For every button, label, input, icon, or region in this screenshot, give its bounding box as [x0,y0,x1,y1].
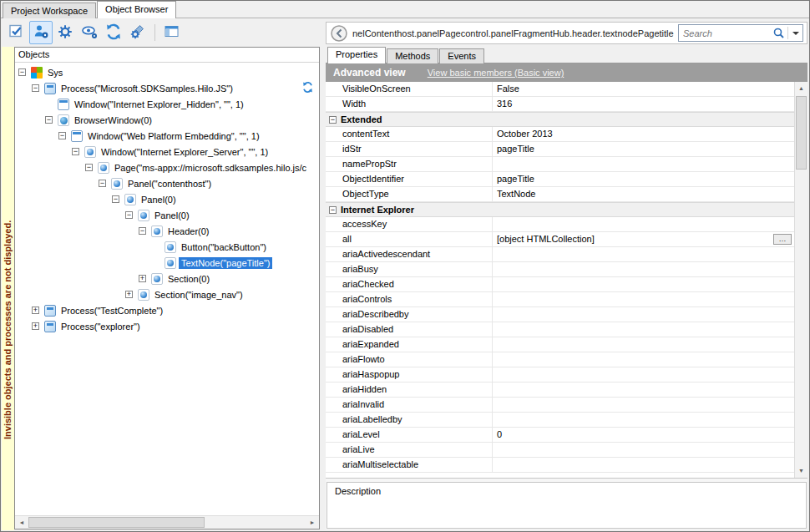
tree-node-label[interactable]: Process("explorer") [58,321,143,332]
tab-methods[interactable]: Methods [387,48,438,63]
tree-node-label[interactable]: Page("ms-appx://microsoft.sdksamples.hil… [112,162,309,174]
tree-node[interactable]: − Panel(0) [15,191,319,207]
tree-node[interactable]: TextNode("pageTitle") [15,255,319,271]
property-row[interactable]: ObjectIdentifier pageTitle [326,172,794,187]
tree-node[interactable]: Button("backButton") [15,239,319,255]
tree-node-label[interactable]: Button("backButton") [179,241,269,253]
expander-icon[interactable]: + [32,307,39,314]
property-row[interactable]: ariaDescribedby [326,307,794,322]
search-input[interactable] [683,28,772,38]
property-row[interactable]: ariaHidden [326,383,794,398]
property-row[interactable]: accessKey [326,217,794,232]
tree-node-label[interactable]: Window("Web Platform Embedding", "", 1) [85,130,262,142]
tree-hscroll-thumb[interactable] [28,517,205,528]
grid-vscroll-thumb[interactable] [796,96,807,170]
expander-icon[interactable]: − [45,116,53,124]
property-row[interactable]: all [object HTMLCollection]… [326,232,794,247]
expander-icon[interactable]: − [139,227,146,235]
tab-events[interactable]: Events [439,48,484,63]
search-dropdown-icon[interactable] [792,32,799,35]
property-row[interactable]: ariaInvalid [326,398,794,413]
expander-icon[interactable]: + [32,322,39,330]
scroll-left-arrow-icon[interactable]: ◄ [15,516,28,529]
view-options-button[interactable] [78,21,101,44]
tree-node-label[interactable]: Window("Internet Explorer_Hidden", "", 1… [72,99,246,110]
collapse-icon[interactable]: − [329,206,337,214]
expander-icon[interactable]: − [58,132,66,139]
tree-node-label[interactable]: Process("Microsoft.SDKSamples.Hilo.JS") [58,83,235,94]
basic-view-link[interactable]: View basic members (Basic view) [428,68,564,78]
expander-icon[interactable]: − [72,148,79,155]
property-row[interactable]: VisibleOnScreen False [326,82,794,97]
property-value[interactable]: False [493,82,794,96]
expander-icon[interactable]: − [112,195,119,203]
property-value[interactable] [493,247,794,261]
tree-node[interactable]: − Process("Microsoft.SDKSamples.Hilo.JS"… [15,80,319,96]
tree-node-label[interactable]: Section("image_nav") [152,289,246,301]
tree-node-label[interactable]: BrowserWindow(0) [72,114,154,126]
property-value[interactable] [493,413,794,427]
tree-node[interactable]: + Section(0) [15,271,319,286]
property-value[interactable]: TextNode [493,187,794,201]
tree-node-label[interactable]: Panel("contenthost") [125,178,214,190]
property-row[interactable]: ariaLabelledby [326,413,794,428]
property-row[interactable]: ariaHaspopup [326,367,794,383]
property-value[interactable] [493,443,794,457]
property-row[interactable]: ariaLevel 0 [326,428,794,443]
tree-node[interactable]: + Process("TestComplete") [15,302,319,318]
property-value[interactable] [493,277,794,291]
tab-object-browser[interactable]: Object Browser [97,1,176,18]
sync-icon[interactable] [301,81,315,94]
property-value[interactable]: 0 [493,428,794,442]
scroll-down-arrow-icon[interactable]: ▼ [795,464,807,478]
property-value[interactable]: pageTitle [493,172,794,186]
property-value[interactable]: 316 [493,97,794,111]
tree-node-label[interactable]: Panel(0) [139,194,179,205]
expander-icon[interactable]: + [139,275,146,282]
property-row[interactable]: ObjectType TextNode [326,187,794,202]
property-row[interactable]: ariaControls [326,292,794,307]
property-value[interactable] [493,458,794,472]
tree-node[interactable]: − Panel("contenthost") [15,175,319,191]
ellipsis-button[interactable]: … [773,234,792,245]
back-button[interactable] [330,24,348,43]
expander-icon[interactable]: − [99,180,106,187]
tree-node-label[interactable]: Header(0) [165,225,212,237]
scroll-right-arrow-icon[interactable]: ► [306,516,319,529]
tree-node-label[interactable]: Sys [45,67,65,79]
collapse-icon[interactable]: − [329,116,337,124]
search-box[interactable] [678,24,803,42]
property-value[interactable] [493,322,794,337]
tree-node-label[interactable]: TextNode("pageTitle") [179,257,272,269]
tree-node-label[interactable]: Process("TestComplete") [58,305,165,317]
refresh-button[interactable] [102,21,125,44]
tree-node[interactable]: − Sys [15,64,319,80]
property-group-row[interactable]: − Extended [326,112,794,127]
tree-node[interactable]: − Window("Web Platform Embedding", "", 1… [15,128,319,144]
property-value[interactable] [493,262,794,276]
tree-node[interactable]: − Page("ms-appx://microsoft.sdksamples.h… [15,160,319,175]
property-value[interactable] [493,157,794,171]
tree-node[interactable]: − Window("Internet Explorer_Server", "",… [15,144,319,160]
property-value[interactable] [493,292,794,307]
property-row[interactable]: ariaFlowto [326,352,794,367]
tree-node-label[interactable]: Window("Internet Explorer_Server", "", 1… [99,146,271,158]
tree-node-label[interactable]: Section(0) [165,273,212,285]
scroll-up-arrow-icon[interactable]: ▲ [795,82,807,95]
property-value[interactable] [493,367,794,382]
options-button[interactable] [53,21,77,44]
expander-icon[interactable]: + [125,291,133,298]
expander-icon[interactable]: − [85,164,93,171]
property-row[interactable]: contentText October 2013 [326,127,794,142]
property-row[interactable]: ariaLive [326,443,794,458]
tree-node[interactable]: − Header(0) [15,223,319,239]
property-group-row[interactable]: − Internet Explorer [326,202,794,217]
property-row[interactable]: ariaMultiselectable [326,458,794,473]
panels-button[interactable] [160,21,184,44]
tree-node[interactable]: + Section("image_nav") [15,286,319,302]
property-value[interactable] [493,352,794,367]
tree-node-label[interactable]: Panel(0) [152,210,192,221]
property-row[interactable]: ariaActivedescendant [326,247,794,262]
property-value[interactable]: October 2013 [493,127,794,141]
tab-project-workspace[interactable]: Project Workspace [3,3,96,18]
